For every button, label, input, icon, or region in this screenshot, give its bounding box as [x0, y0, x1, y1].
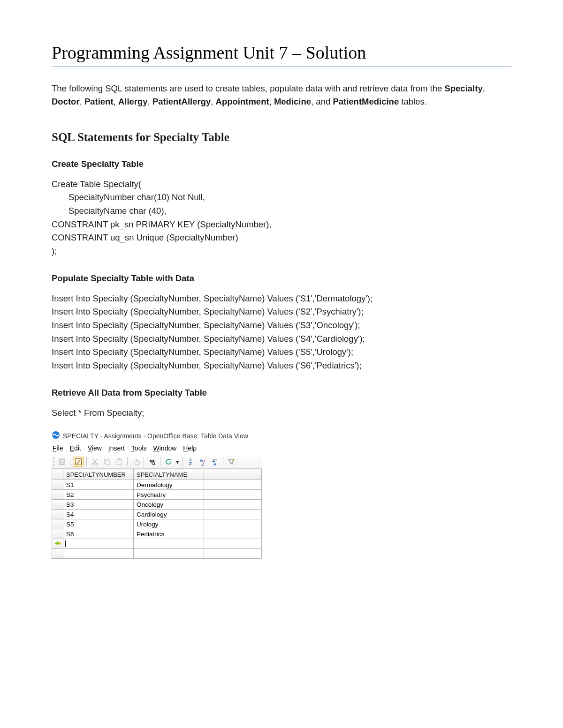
cell-specialtyname[interactable]: Cardiology [134, 510, 204, 519]
row-selector[interactable] [52, 519, 63, 529]
toolbar: ▾ AZ A↓Z Z↑A [52, 455, 262, 469]
app-icon [52, 431, 60, 441]
table-name: Patient [84, 97, 114, 106]
table-row [52, 549, 262, 559]
page-title: Programming Assignment Unit 7 – Solution [52, 42, 511, 67]
cell-specialtynumber[interactable]: S1 [63, 480, 134, 490]
svg-rect-2 [60, 462, 64, 464]
autofilter-icon[interactable] [226, 457, 237, 467]
svg-rect-9 [118, 459, 120, 460]
cell-empty [134, 549, 204, 559]
refresh-dropdown-icon[interactable]: ▾ [175, 457, 180, 467]
subheading-retrieve: Retrieve All Data from Specialty Table [52, 388, 511, 398]
create-sql-block: Create Table Specialty( SpecialtyNumber … [52, 178, 511, 258]
table-name: Allergy [118, 97, 148, 106]
subheading-create: Create Specialty Table [52, 159, 511, 169]
row-selector[interactable] [52, 480, 63, 490]
cell-empty[interactable] [204, 529, 262, 539]
save-icon [56, 457, 68, 467]
section-heading: SQL Statements for Specialty Table [52, 131, 511, 144]
corner-cell[interactable] [52, 469, 63, 480]
new-record-row[interactable] [52, 539, 262, 549]
retrieve-sql-block: Select * From Specialty; [52, 406, 511, 420]
refresh-icon[interactable] [163, 457, 174, 467]
cell-specialtynumber[interactable] [63, 539, 134, 549]
cell-specialtyname[interactable]: Urology [134, 519, 204, 529]
menubar: File Edit View Insert Tools Window Help [52, 443, 262, 455]
cell-specialtyname[interactable]: Psychiatry [134, 490, 204, 500]
menu-view[interactable]: View [88, 444, 102, 452]
cell-specialtynumber[interactable]: S3 [63, 500, 134, 510]
cell-empty [63, 549, 134, 559]
cell-specialtynumber[interactable]: S5 [63, 519, 134, 529]
find-icon[interactable] [146, 457, 158, 467]
edit-data-icon[interactable] [73, 457, 84, 467]
row-selector[interactable] [52, 510, 63, 519]
window-title: SPECIALTY - Assignments - OpenOffice Bas… [63, 432, 248, 440]
menu-help[interactable]: Help [183, 444, 197, 452]
table-name: Specialty [444, 83, 482, 93]
menu-file[interactable]: File [53, 444, 63, 452]
table-row[interactable]: S3Oncology [52, 500, 262, 510]
cell-empty[interactable] [204, 490, 262, 500]
table-row[interactable]: S6Pediatrics [52, 529, 262, 539]
menu-window[interactable]: Window [153, 444, 177, 452]
menu-insert[interactable]: Insert [108, 444, 125, 452]
column-header-specialtynumber[interactable]: SPECIALTYNUMBER [63, 469, 134, 480]
svg-rect-10 [150, 460, 152, 462]
svg-point-13 [58, 542, 60, 544]
data-grid: SPECIALTYNUMBER SPECIALTYNAME S1Dermatol… [52, 469, 262, 559]
menu-tools[interactable]: Tools [131, 444, 147, 452]
cell-specialtyname[interactable]: Oncology [134, 500, 204, 510]
cut-icon [89, 457, 100, 467]
row-selector[interactable] [52, 529, 63, 539]
table-name: Appointment [216, 97, 269, 106]
subheading-populate: Populate Specialty Table with Data [52, 273, 511, 284]
cell-specialtynumber[interactable]: S4 [63, 510, 134, 519]
cell-specialtyname[interactable] [134, 539, 204, 549]
table-name: PatientMedicine [333, 97, 399, 106]
menu-edit[interactable]: Edit [70, 444, 81, 452]
intro-pre: The following SQL statements are used to… [52, 83, 444, 93]
column-header-specialtyname[interactable]: SPECIALTYNAME [134, 469, 204, 480]
table-row[interactable]: S2Psychiatry [52, 490, 262, 500]
table-name: PatientAllergy [152, 97, 211, 106]
paste-icon [114, 457, 125, 467]
cell-specialtynumber[interactable]: S6 [63, 529, 134, 539]
sort-asc-icon[interactable]: AZ [185, 457, 196, 467]
cell-specialtyname[interactable]: Pediatrics [134, 529, 204, 539]
row-selector[interactable] [52, 490, 63, 500]
table-row[interactable]: S1Dermatology [52, 480, 262, 490]
cell-empty[interactable] [204, 500, 262, 510]
row-selector[interactable] [52, 500, 63, 510]
cell-empty[interactable] [204, 510, 262, 519]
window-titlebar: SPECIALTY - Assignments - OpenOffice Bas… [52, 430, 262, 443]
svg-rect-7 [106, 460, 109, 465]
column-header-empty [204, 469, 262, 480]
table-name: Doctor [52, 97, 80, 106]
copy-icon [101, 457, 113, 467]
populate-sql-block: Insert Into Specialty (SpecialtyNumber, … [52, 292, 511, 373]
intro-and: , and [311, 97, 333, 106]
cell-specialtyname[interactable]: Dermatology [134, 480, 204, 490]
cell-specialtynumber[interactable]: S2 [63, 490, 134, 500]
row-selector [52, 549, 63, 559]
cell-empty[interactable] [204, 539, 262, 549]
svg-rect-1 [60, 459, 63, 461]
new-record-marker[interactable] [52, 539, 63, 549]
table-row[interactable]: S5Urology [52, 519, 262, 529]
cell-empty[interactable] [204, 480, 262, 490]
openoffice-window: SPECIALTY - Assignments - OpenOffice Bas… [52, 430, 262, 559]
intro-post: tables. [399, 97, 427, 106]
table-name: Medicine [274, 97, 311, 106]
cell-empty[interactable] [204, 519, 262, 529]
sort-desc-icon[interactable]: Z↑A [209, 457, 221, 467]
undo-icon [130, 457, 141, 467]
intro-paragraph: The following SQL statements are used to… [52, 82, 511, 108]
table-row[interactable]: S4Cardiology [52, 510, 262, 519]
cell-empty [204, 549, 262, 559]
new-record-icon [54, 540, 61, 547]
sort-asc-arrow-icon[interactable]: A↓Z [197, 457, 208, 467]
